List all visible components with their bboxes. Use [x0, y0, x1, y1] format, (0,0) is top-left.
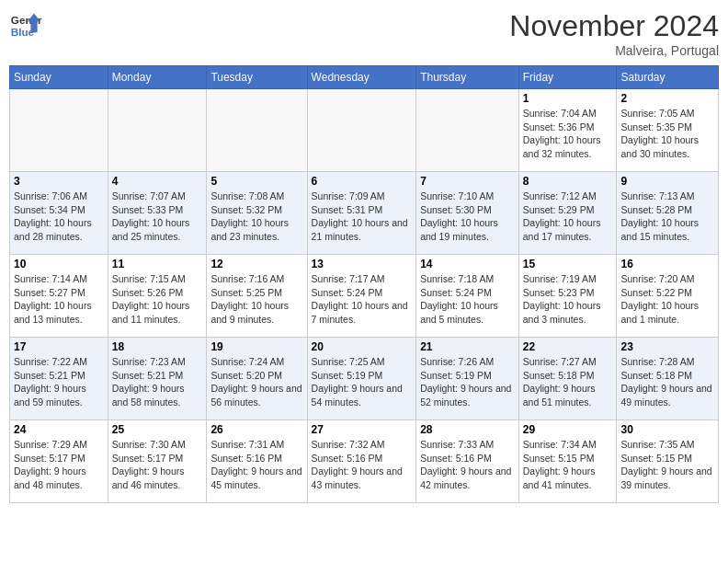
calendar-cell: 29Sunrise: 7:34 AM Sunset: 5:15 PM Dayli…: [518, 420, 617, 503]
day-number: 2: [620, 92, 714, 105]
calendar-cell: 6Sunrise: 7:09 AM Sunset: 5:31 PM Daylig…: [307, 172, 416, 255]
day-number: 4: [112, 175, 203, 188]
day-info: Sunrise: 7:12 AM Sunset: 5:29 PM Dayligh…: [523, 190, 613, 244]
calendar-cell: [307, 89, 416, 172]
calendar-cell: [207, 89, 307, 172]
day-number: 20: [312, 340, 413, 353]
day-number: 7: [420, 175, 515, 188]
calendar-cell: 3Sunrise: 7:06 AM Sunset: 5:34 PM Daylig…: [10, 172, 108, 255]
calendar-cell: [10, 89, 108, 172]
day-info: Sunrise: 7:08 AM Sunset: 5:32 PM Dayligh…: [210, 190, 302, 244]
day-number: 1: [523, 92, 613, 105]
day-number: 22: [523, 340, 613, 353]
day-number: 30: [620, 423, 714, 436]
week-row-5: 24Sunrise: 7:29 AM Sunset: 5:17 PM Dayli…: [10, 420, 719, 503]
calendar-cell: 21Sunrise: 7:26 AM Sunset: 5:19 PM Dayli…: [416, 338, 519, 420]
day-number: 11: [112, 258, 203, 270]
day-number: 29: [523, 423, 613, 436]
day-number: 13: [312, 258, 413, 270]
day-info: Sunrise: 7:09 AM Sunset: 5:31 PM Dayligh…: [312, 190, 413, 244]
day-number: 16: [620, 258, 714, 270]
month-title: November 2024: [509, 9, 719, 43]
day-number: 25: [112, 423, 203, 436]
calendar-cell: 16Sunrise: 7:20 AM Sunset: 5:22 PM Dayli…: [617, 255, 719, 338]
day-number: 23: [620, 340, 714, 353]
day-info: Sunrise: 7:30 AM Sunset: 5:17 PM Dayligh…: [112, 438, 203, 492]
day-number: 8: [523, 175, 613, 188]
calendar-cell: [416, 89, 519, 172]
day-number: 9: [620, 175, 714, 188]
day-info: Sunrise: 7:28 AM Sunset: 5:18 PM Dayligh…: [620, 355, 714, 409]
calendar-cell: 9Sunrise: 7:13 AM Sunset: 5:28 PM Daylig…: [617, 172, 719, 255]
calendar-cell: 2Sunrise: 7:05 AM Sunset: 5:35 PM Daylig…: [617, 89, 719, 172]
calendar-cell: 4Sunrise: 7:07 AM Sunset: 5:33 PM Daylig…: [108, 172, 207, 255]
day-info: Sunrise: 7:16 AM Sunset: 5:25 PM Dayligh…: [210, 272, 302, 327]
weekday-header-thursday: Thursday: [416, 66, 519, 89]
day-info: Sunrise: 7:22 AM Sunset: 5:21 PM Dayligh…: [14, 355, 104, 409]
day-info: Sunrise: 7:06 AM Sunset: 5:34 PM Dayligh…: [14, 190, 104, 244]
day-number: 5: [210, 175, 302, 188]
day-number: 18: [112, 340, 203, 353]
page-header: General Blue November 2024 Malveira, Por…: [9, 9, 719, 58]
day-info: Sunrise: 7:33 AM Sunset: 5:16 PM Dayligh…: [420, 438, 515, 492]
weekday-header-wednesday: Wednesday: [307, 66, 416, 89]
day-number: 15: [523, 258, 613, 270]
day-number: 26: [210, 423, 302, 436]
calendar-cell: 15Sunrise: 7:19 AM Sunset: 5:23 PM Dayli…: [518, 255, 617, 338]
calendar-cell: 18Sunrise: 7:23 AM Sunset: 5:21 PM Dayli…: [108, 338, 207, 420]
calendar-cell: 30Sunrise: 7:35 AM Sunset: 5:15 PM Dayli…: [617, 420, 719, 503]
logo-icon: General Blue: [9, 9, 42, 42]
calendar-cell: 27Sunrise: 7:32 AM Sunset: 5:16 PM Dayli…: [307, 420, 416, 503]
week-row-2: 3Sunrise: 7:06 AM Sunset: 5:34 PM Daylig…: [10, 172, 719, 255]
calendar-cell: 7Sunrise: 7:10 AM Sunset: 5:30 PM Daylig…: [416, 172, 519, 255]
day-info: Sunrise: 7:14 AM Sunset: 5:27 PM Dayligh…: [14, 272, 104, 327]
day-info: Sunrise: 7:13 AM Sunset: 5:28 PM Dayligh…: [620, 190, 714, 244]
calendar-cell: 14Sunrise: 7:18 AM Sunset: 5:24 PM Dayli…: [416, 255, 519, 338]
calendar-cell: 8Sunrise: 7:12 AM Sunset: 5:29 PM Daylig…: [518, 172, 617, 255]
day-info: Sunrise: 7:04 AM Sunset: 5:36 PM Dayligh…: [523, 107, 613, 161]
day-number: 19: [210, 340, 302, 353]
day-info: Sunrise: 7:25 AM Sunset: 5:19 PM Dayligh…: [312, 355, 413, 409]
day-number: 10: [14, 258, 104, 270]
calendar-cell: 10Sunrise: 7:14 AM Sunset: 5:27 PM Dayli…: [10, 255, 108, 338]
weekday-header-saturday: Saturday: [617, 66, 719, 89]
day-info: Sunrise: 7:26 AM Sunset: 5:19 PM Dayligh…: [420, 355, 515, 409]
calendar-cell: 20Sunrise: 7:25 AM Sunset: 5:19 PM Dayli…: [307, 338, 416, 420]
day-info: Sunrise: 7:19 AM Sunset: 5:23 PM Dayligh…: [523, 272, 613, 327]
day-info: Sunrise: 7:24 AM Sunset: 5:20 PM Dayligh…: [210, 355, 302, 409]
day-number: 27: [312, 423, 413, 436]
calendar-cell: 1Sunrise: 7:04 AM Sunset: 5:36 PM Daylig…: [518, 89, 617, 172]
day-number: 12: [210, 258, 302, 270]
logo: General Blue: [9, 9, 42, 42]
day-info: Sunrise: 7:29 AM Sunset: 5:17 PM Dayligh…: [14, 438, 104, 492]
day-number: 24: [14, 423, 104, 436]
calendar-cell: 13Sunrise: 7:17 AM Sunset: 5:24 PM Dayli…: [307, 255, 416, 338]
day-number: 14: [420, 258, 515, 270]
day-number: 6: [312, 175, 413, 188]
calendar-cell: 12Sunrise: 7:16 AM Sunset: 5:25 PM Dayli…: [207, 255, 307, 338]
day-info: Sunrise: 7:32 AM Sunset: 5:16 PM Dayligh…: [312, 438, 413, 492]
calendar-cell: 28Sunrise: 7:33 AM Sunset: 5:16 PM Dayli…: [416, 420, 519, 503]
day-number: 21: [420, 340, 515, 353]
calendar-cell: 25Sunrise: 7:30 AM Sunset: 5:17 PM Dayli…: [108, 420, 207, 503]
day-info: Sunrise: 7:15 AM Sunset: 5:26 PM Dayligh…: [112, 272, 203, 327]
location: Malveira, Portugal: [509, 43, 719, 58]
weekday-header-sunday: Sunday: [10, 66, 108, 89]
calendar-cell: 11Sunrise: 7:15 AM Sunset: 5:26 PM Dayli…: [108, 255, 207, 338]
day-number: 3: [14, 175, 104, 188]
calendar-cell: 23Sunrise: 7:28 AM Sunset: 5:18 PM Dayli…: [617, 338, 719, 420]
day-number: 28: [420, 423, 515, 436]
calendar-cell: 24Sunrise: 7:29 AM Sunset: 5:17 PM Dayli…: [10, 420, 108, 503]
day-info: Sunrise: 7:23 AM Sunset: 5:21 PM Dayligh…: [112, 355, 203, 409]
title-area: November 2024 Malveira, Portugal: [509, 9, 719, 58]
week-row-3: 10Sunrise: 7:14 AM Sunset: 5:27 PM Dayli…: [10, 255, 719, 338]
day-info: Sunrise: 7:34 AM Sunset: 5:15 PM Dayligh…: [523, 438, 613, 492]
day-info: Sunrise: 7:20 AM Sunset: 5:22 PM Dayligh…: [620, 272, 714, 327]
day-number: 17: [14, 340, 104, 353]
day-info: Sunrise: 7:35 AM Sunset: 5:15 PM Dayligh…: [620, 438, 714, 492]
calendar-table: SundayMondayTuesdayWednesdayThursdayFrid…: [9, 65, 719, 503]
calendar-cell: 19Sunrise: 7:24 AM Sunset: 5:20 PM Dayli…: [207, 338, 307, 420]
calendar-cell: 17Sunrise: 7:22 AM Sunset: 5:21 PM Dayli…: [10, 338, 108, 420]
day-info: Sunrise: 7:18 AM Sunset: 5:24 PM Dayligh…: [420, 272, 515, 327]
weekday-header-monday: Monday: [108, 66, 207, 89]
